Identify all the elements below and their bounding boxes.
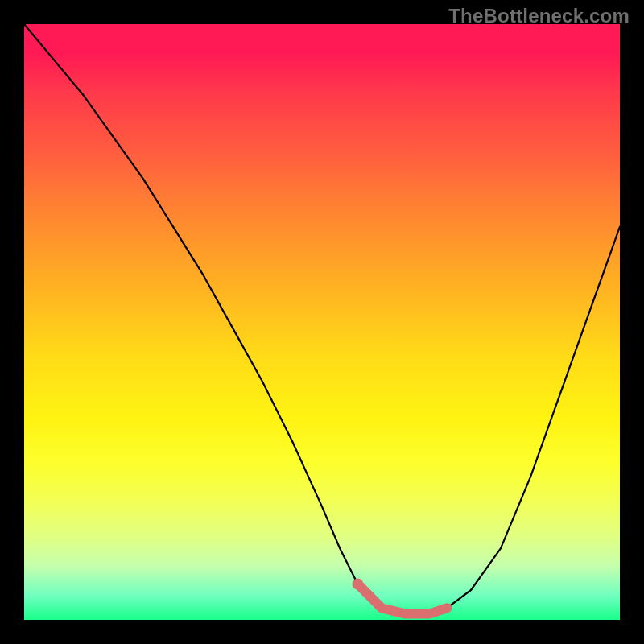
curve-layer	[24, 24, 620, 620]
chart-stage: TheBottleneck.com	[0, 0, 644, 644]
bottleneck-curve	[24, 24, 620, 614]
highlight-dot	[352, 579, 363, 590]
plot-area	[24, 24, 620, 620]
highlight-segment	[357, 584, 447, 614]
